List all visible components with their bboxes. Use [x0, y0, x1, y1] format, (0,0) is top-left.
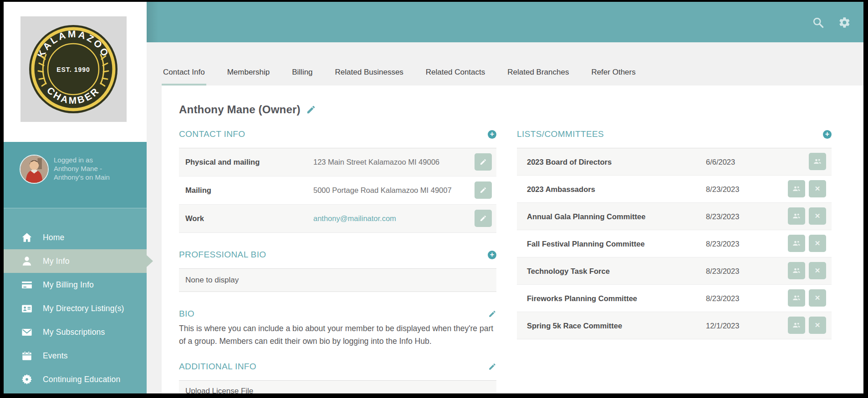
committee-remove-button[interactable]	[809, 262, 826, 279]
window-frame: KALAMAZOO CHAMBER EST. 1990	[0, 0, 868, 398]
sidebar-item-label: Events	[43, 351, 68, 361]
professional-bio-empty-text: None to display	[179, 276, 239, 285]
upload-license-row[interactable]: Upload License File	[179, 381, 496, 393]
right-column: LISTS/COMMITTEES 2023 Board of Directors…	[517, 129, 832, 393]
committee-date: 8/23/2023	[706, 239, 739, 248]
logged-in-line1: Logged in as	[54, 156, 136, 164]
contact-info-row: Mailing5000 Portage Road Kalamazoo MI 49…	[179, 176, 496, 205]
committee-row: 2023 Ambassadors8/23/2023	[517, 176, 832, 203]
sidebar-item-my-billing-info[interactable]: My Billing Info	[4, 273, 147, 297]
top-header-bar	[147, 2, 863, 42]
left-column: CONTACT INFO Physical and mailing123 Mai…	[179, 129, 496, 393]
tab-contact-info[interactable]: Contact Info	[162, 65, 206, 86]
upload-license-label: Upload License File	[179, 387, 253, 393]
card-icon	[21, 279, 33, 291]
committee-row: Fireworks Planning Committee8/23/2023	[517, 285, 832, 312]
contact-row-label: Work	[185, 214, 204, 223]
edit-name-pencil-icon[interactable]	[306, 105, 316, 115]
committee-members-button[interactable]	[788, 235, 805, 252]
committee-members-button[interactable]	[809, 153, 826, 170]
chamber-logo: KALAMAZOO CHAMBER EST. 1990	[20, 16, 127, 122]
committee-date: 8/23/2023	[706, 267, 739, 275]
lists-committees-list: 2023 Board of Directors6/6/20232023 Amba…	[517, 148, 832, 339]
logo-center-text: EST. 1990	[56, 66, 90, 73]
committee-members-button[interactable]	[788, 262, 805, 279]
edit-contact-button[interactable]	[475, 153, 492, 171]
committee-date: 8/23/2023	[706, 294, 739, 302]
professional-bio-empty-row: None to display	[179, 269, 496, 292]
contact-info-row: Workanthony@mailinator.com	[179, 205, 496, 232]
sidebar-item-label: Home	[43, 233, 64, 242]
committee-members-button[interactable]	[788, 180, 805, 197]
logged-in-text: Logged in as Anthony Mane - Anthony's on…	[54, 156, 136, 181]
committee-members-button[interactable]	[788, 289, 805, 307]
sidebar-item-continuing-education[interactable]: Continuing Education	[4, 368, 147, 391]
add-professional-bio-button[interactable]	[488, 251, 496, 259]
contact-row-email-link[interactable]: anthony@mailinator.com	[313, 214, 396, 223]
contact-info-title: CONTACT INFO	[179, 129, 245, 139]
committee-row: Spring 5k Race Committee12/1/2023	[517, 312, 832, 339]
committee-date: 8/23/2023	[706, 212, 739, 221]
bio-title: BIO	[179, 309, 194, 319]
committee-row: 2023 Board of Directors6/6/2023	[517, 148, 832, 176]
add-contact-info-button[interactable]	[488, 130, 496, 139]
envelope-icon	[21, 326, 33, 338]
search-icon[interactable]	[812, 16, 824, 29]
committee-date: 12/1/2023	[706, 321, 739, 330]
professional-bio-title: PROFESSIONAL BIO	[179, 250, 266, 260]
tab-related-businesses[interactable]: Related Businesses	[334, 65, 405, 86]
logged-in-line2: Anthony Mane -	[54, 164, 136, 173]
committee-name: 2023 Ambassadors	[527, 185, 595, 193]
lists-committees-title: LISTS/COMMITTEES	[517, 129, 604, 139]
committee-remove-button[interactable]	[809, 317, 826, 334]
sidebar-item-label: Continuing Education	[43, 375, 120, 384]
tab-related-contacts[interactable]: Related Contacts	[424, 65, 486, 86]
gear-icon[interactable]	[838, 16, 851, 29]
tab-related-branches[interactable]: Related Branches	[506, 65, 570, 86]
edit-additional-info-pencil-icon[interactable]	[488, 363, 496, 371]
tab-billing[interactable]: Billing	[291, 65, 314, 86]
sidebar-item-my-subscriptions[interactable]: My Subscriptions	[4, 320, 147, 344]
sidebar-item-events[interactable]: Events	[4, 344, 147, 368]
edit-contact-button[interactable]	[475, 181, 492, 199]
contact-row-label: Mailing	[185, 186, 211, 195]
page-title: Anthony Mane (Owner)	[179, 103, 301, 116]
contact-row-value: 123 Main Street Kalamazoo MI 49006	[313, 158, 439, 166]
sidebar: KALAMAZOO CHAMBER EST. 1990	[4, 2, 147, 393]
edit-contact-button[interactable]	[475, 210, 492, 227]
edit-bio-pencil-icon[interactable]	[488, 310, 496, 318]
sidebar-nav: HomeMy InfoMy Billing InfoMy Directory L…	[4, 208, 147, 393]
sidebar-item-label: My Directory Listing(s)	[43, 304, 124, 313]
committee-date: 6/6/2023	[706, 157, 735, 166]
logged-in-line3: Anthony's on Main	[54, 173, 136, 181]
rosette-icon	[21, 373, 33, 385]
committee-remove-button[interactable]	[809, 180, 826, 197]
committee-row: Technology Task Force8/23/2023	[517, 257, 832, 285]
sidebar-item-label: My Billing Info	[43, 280, 94, 290]
committee-remove-button[interactable]	[809, 207, 826, 225]
committee-name: Annual Gala Planning Committee	[527, 212, 645, 221]
person-icon	[21, 255, 33, 267]
committee-members-button[interactable]	[788, 207, 805, 225]
add-list-committee-button[interactable]	[823, 130, 832, 139]
app-screen: KALAMAZOO CHAMBER EST. 1990	[4, 2, 863, 393]
tab-refer-others[interactable]: Refer Others	[590, 65, 637, 86]
sidebar-item-label: My Info	[43, 257, 70, 266]
committee-date: 8/23/2023	[706, 185, 739, 193]
logged-in-panel: Logged in as Anthony Mane - Anthony's on…	[4, 142, 147, 208]
sidebar-item-my-directory-listings[interactable]: My Directory Listing(s)	[4, 297, 147, 320]
tab-membership[interactable]: Membership	[226, 65, 271, 86]
sidebar-item-home[interactable]: Home	[4, 226, 147, 249]
contact-info-list: Physical and mailing123 Main Street Kala…	[179, 148, 496, 233]
committee-name: Spring 5k Race Committee	[527, 321, 622, 330]
committee-remove-button[interactable]	[809, 289, 826, 307]
sidebar-item-my-info[interactable]: My Info	[4, 249, 147, 273]
sidebar-item-label: My Subscriptions	[43, 327, 105, 337]
chamber-logo-badge: KALAMAZOO CHAMBER EST. 1990	[28, 24, 119, 115]
main-area: Contact InfoMembershipBillingRelated Bus…	[147, 2, 863, 393]
committee-row: Fall Festival Planning Committee8/23/202…	[517, 230, 832, 257]
committee-members-button[interactable]	[788, 317, 805, 334]
idcard-icon	[21, 302, 33, 314]
committee-name: Fireworks Planning Committee	[527, 294, 637, 302]
committee-remove-button[interactable]	[809, 235, 826, 252]
